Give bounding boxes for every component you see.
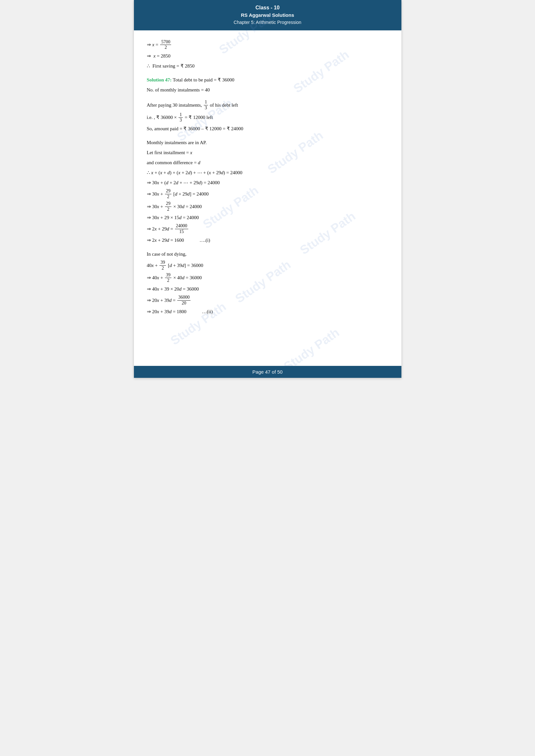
implies-4: ⇒	[147, 213, 152, 222]
line-instalments: No. of monthly instalments = 40	[147, 86, 386, 94]
page-header: Class - 10 RS Aggarwal Solutions Chapter…	[134, 0, 401, 30]
numerator: 24000	[175, 223, 188, 229]
header-class: Class - 10	[140, 4, 395, 12]
x-value: x = 2850	[152, 52, 170, 61]
page-footer: Page 47 of 50	[134, 366, 401, 378]
page-content: ⇒ x = 5700 2 ⇒ x = 2850 ∴ First saving =…	[134, 30, 401, 337]
instalments-text: No. of monthly instalments = 40	[147, 86, 210, 94]
fraction-39-2-b: 39 2	[165, 273, 171, 284]
solution-label: Solution 47:	[147, 76, 172, 84]
bracket-d-39d: [d + 39d] = 36000	[167, 261, 203, 270]
ap-section: Monthly instalments are in AP. Let first…	[147, 138, 386, 167]
arrow-1: ⇒	[147, 40, 151, 49]
line-30x-29-2-times-30: ⇒ 30x + 29 2 × 30d = 24000	[147, 201, 386, 212]
fraction-5700-2: 5700 2	[160, 40, 171, 51]
solution47-header: Solution 47: Total debt to be paid = ₹ 3…	[147, 76, 386, 84]
implies-9: ⇒	[147, 296, 152, 305]
common-diff-text: and common difference = d	[147, 158, 201, 167]
denominator: 3	[204, 105, 208, 111]
line-40x-39x20: ⇒ 40x + 39 × 20d = 36000	[147, 285, 386, 293]
30x-frac-text: 30x +	[152, 190, 164, 199]
denominator: 2	[161, 266, 165, 271]
denominator: 2	[166, 278, 170, 284]
numerator: 29	[165, 201, 171, 207]
line-ie-36000: i.e. , ₹ 36000 × 1 3 = ₹ 12000 left	[147, 112, 386, 123]
line-20x-39d-frac: ⇒ 20x + 39d = 36000 20	[147, 295, 386, 306]
line-2x-29d-frac: ⇒ 2x + 29d = 24000 15	[147, 223, 386, 235]
40x-39-20d: 40x + 39 × 20d = 36000	[152, 285, 199, 293]
header-chapter: Chapter 5: Arithmetic Progression	[140, 19, 395, 26]
let-text: Let first installment = x	[147, 148, 192, 157]
line-common-diff: and common difference = d	[147, 158, 386, 167]
denominator: 15	[178, 229, 185, 235]
line-not-dying: In case of not dying,	[147, 250, 386, 258]
amount-paid-text: So, amount paid = ₹ 36000 – ₹ 12000 = ₹ …	[147, 124, 243, 133]
denominator: 2	[164, 45, 168, 50]
implies-10: ⇒	[147, 308, 152, 316]
line-30x-eq: ⇒ 30x + (d + 2d + ⋯ + 29d) = 24000	[147, 178, 386, 187]
denominator: 2	[166, 194, 170, 200]
line-30x-29-2: ⇒ 30x + 29 2 [d + 29d] = 24000	[147, 188, 386, 200]
total-debt-text: Total debt to be paid = ₹ 36000	[172, 76, 235, 84]
solution47-section: Solution 47: Total debt to be paid = ₹ 3…	[147, 76, 386, 94]
numerator: 39	[159, 260, 166, 266]
line-amount-paid: So, amount paid = ₹ 36000 – ₹ 12000 = ₹ …	[147, 124, 386, 133]
fraction-24000-15: 24000 15	[175, 223, 188, 235]
20x-39d-1800: 20x + 39d = 1800	[152, 308, 186, 316]
line-after-30: After paying 30 instalments, 1 3 of his …	[147, 99, 386, 111]
therefore-symbol: ∴	[147, 62, 150, 70]
line-2x-29d-1600: ⇒ 2x + 29d = 1600 ….(i)	[147, 236, 386, 245]
first-saving-text: First saving = ₹ 2850	[152, 62, 195, 70]
2x-29d-1600: 2x + 29d = 1600	[152, 236, 184, 245]
page: Study Path Study Path Study Path Study P…	[134, 0, 401, 378]
equals-12000: = ₹ 12000 left	[183, 113, 213, 122]
implies-2: ⇒	[147, 190, 152, 199]
2x-29d-eq: 2x + 29d =	[152, 225, 174, 233]
40x-text: 40x +	[147, 261, 159, 270]
after-paying-text: After paying 30 instalments,	[147, 101, 204, 110]
times-30d: × 30d = 24000	[172, 202, 202, 211]
numerator: 1	[204, 99, 208, 105]
not-dying-text: In case of not dying,	[147, 250, 187, 258]
line-first-install: Let first installment = x	[147, 148, 386, 157]
line-first-saving: ∴ First saving = ₹ 2850	[147, 62, 386, 70]
line-x-fraction: ⇒ x = 5700 2	[147, 40, 386, 51]
30x-frac-30d: 30x +	[152, 202, 164, 211]
line-40x-39-2: 40x + 39 2 [d + 39d] = 36000	[147, 260, 386, 271]
implies-6: ⇒	[147, 236, 152, 245]
30x-text: 30x + (d + 2d + ⋯ + 29d) = 24000	[152, 178, 220, 187]
arrow-2: ⇒	[147, 52, 151, 61]
page-number: Page 47 of 50	[252, 369, 282, 375]
monthly-ap-text: Monthly instalments are in AP.	[147, 138, 207, 147]
20x-39d-eq: 20x + 39d =	[152, 296, 177, 305]
numerator: 1	[179, 112, 183, 118]
fraction-36000-20: 36000 20	[177, 295, 190, 306]
header-solutions: RS Aggarwal Solutions	[140, 12, 395, 19]
denominator: 20	[181, 301, 187, 306]
denominator: 2	[166, 207, 170, 212]
numerator: 5700	[160, 40, 171, 45]
numerator: 39	[165, 273, 171, 278]
fraction-29-2-b: 29 2	[165, 201, 171, 212]
implies-1: ⇒	[147, 178, 152, 187]
therefore-2: ∴	[147, 168, 152, 177]
fraction-29-2-a: 29 2	[165, 188, 171, 200]
line-40x-39-2-times-40: ⇒ 40x + 39 2 × 40d = 36000	[147, 273, 386, 284]
fraction-39-2-a: 39 2	[159, 260, 166, 271]
fraction-1-3-b: 1 3	[179, 112, 183, 123]
line-x-2850: ⇒ x = 2850	[147, 52, 386, 61]
ap-sum-text: x + (x + d) + (x + 2d) + ⋯ + (x + 29d) =…	[151, 168, 242, 177]
line-ap-sum: ∴ x + (x + d) + (x + 2d) + ⋯ + (x + 29d)…	[147, 168, 386, 177]
line-20x-39d-1800: ⇒ 20x + 39d = 1800 …(ii)	[147, 308, 386, 316]
eq-i-label: ….(i)	[200, 236, 210, 245]
fraction-1-3-a: 1 3	[204, 99, 208, 111]
debt-left-text: of his debt left	[209, 101, 238, 110]
times-40d: × 40d = 36000	[172, 273, 202, 282]
implies-5: ⇒	[147, 225, 152, 233]
implies-3: ⇒	[147, 202, 152, 211]
line-monthly-ap: Monthly instalments are in AP.	[147, 138, 386, 147]
implies-7: ⇒	[147, 273, 152, 282]
line-30x-29x15: ⇒ 30x + 29 × 15d = 24000	[147, 213, 386, 222]
eq-ii-label: …(ii)	[202, 308, 212, 316]
ie-text: i.e. , ₹ 36000 ×	[147, 113, 178, 122]
